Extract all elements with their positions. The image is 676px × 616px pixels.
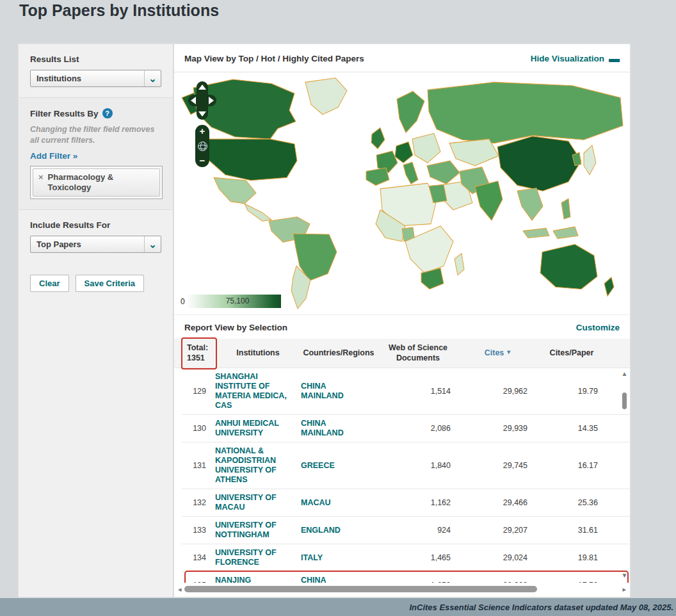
table-row[interactable]: 135 NANJING UNIVERSITY CHINA MAINLAND 1,… — [182, 572, 630, 583]
cites-per-paper-cell: 19.79 — [536, 387, 607, 396]
zoom-in-button[interactable]: + — [200, 127, 205, 136]
horizontal-scroll-track[interactable] — [184, 586, 620, 592]
country-cell: CHINA MAINLAND — [301, 576, 376, 583]
column-header-cites[interactable]: Cites▼ — [460, 348, 536, 359]
pan-up-icon[interactable] — [198, 85, 206, 90]
column-header-docs[interactable]: Web of Science Documents — [376, 343, 460, 363]
rank-cell: 135 — [182, 581, 215, 583]
legend-gradient-bar: 75,100 — [186, 295, 281, 308]
table-row[interactable]: 134 UNIVERSITY OF FLORENCE ITALY 1,465 2… — [182, 544, 630, 572]
table-rows: 129 SHANGHAI INSTITUTE OF MATERIA MEDICA… — [182, 368, 630, 583]
page-title: Top Papers by Institutions — [19, 1, 219, 20]
results-list-label: Results List — [30, 54, 161, 64]
cites-cell: 29,745 — [460, 461, 536, 470]
main-panel: Map View by Top / Hot / Highly Cited Pap… — [173, 44, 631, 597]
map-controls: + − — [188, 81, 216, 167]
map-zoom-control: + − — [195, 125, 209, 167]
table-body: 129 SHANGHAI INSTITUTE OF MATERIA MEDICA… — [174, 368, 630, 583]
table-row[interactable]: 129 SHANGHAI INSTITUTE OF MATERIA MEDICA… — [182, 368, 630, 415]
table-row[interactable]: 132 UNIVERSITY OF MACAU MACAU 1,162 29,4… — [182, 489, 630, 517]
bottom-strip: InCites Essential Science Indicators dat… — [0, 598, 676, 616]
sidebar: Results List Institutions ⌄ Filter Resul… — [18, 44, 173, 597]
institution-link[interactable]: ANHUI MEDICAL UNIVERSITY — [215, 419, 301, 438]
docs-cell: 1,465 — [376, 553, 460, 562]
include-results-section: Include Results For Top Papers ⌄ — [19, 210, 173, 263]
filter-note: Changing the filter field removes all cu… — [30, 124, 161, 146]
customize-link[interactable]: Customize — [576, 323, 620, 332]
total-count: Total: 1351 — [182, 343, 211, 363]
cites-label: Cites — [485, 348, 504, 357]
column-header-institutions[interactable]: Institutions — [215, 348, 301, 359]
add-filter-link[interactable]: Add Filter » — [30, 151, 77, 161]
cites-per-paper-cell: 16.17 — [536, 461, 607, 470]
rank-cell: 134 — [182, 553, 215, 562]
rank-cell: 130 — [182, 424, 215, 433]
scroll-left-icon[interactable]: ◂ — [178, 585, 182, 594]
column-header-cites-per-paper[interactable]: Cites/Paper — [536, 348, 607, 359]
vertical-scroll-thumb[interactable] — [622, 393, 627, 409]
sidebar-buttons: Clear Save Criteria — [19, 272, 173, 295]
institution-link[interactable]: UNIVERSITY OF NOTTINGHAM — [215, 521, 301, 540]
filter-section: Filter Results By ? Changing the filter … — [19, 97, 173, 210]
map-area: + − 0 75,100 — [174, 72, 630, 314]
include-results-select[interactable]: Top Papers ⌄ — [30, 236, 161, 253]
institution-link[interactable]: NATIONAL & KAPODISTRIAN UNIVERSITY OF AT… — [215, 446, 301, 485]
world-map[interactable] — [174, 72, 631, 314]
rank-cell: 131 — [182, 461, 215, 470]
sort-descending-icon: ▼ — [506, 349, 511, 356]
filter-chip-box: × Pharmacology & Toxicology — [30, 166, 163, 200]
scroll-right-icon[interactable]: ▸ — [622, 585, 626, 594]
horizontal-scroll-thumb[interactable] — [184, 586, 538, 592]
country-cell: ITALY — [301, 553, 376, 563]
docs-cell: 1,514 — [376, 387, 460, 396]
map-regions[interactable] — [182, 78, 623, 309]
zoom-out-button[interactable]: − — [200, 156, 205, 165]
scroll-down-icon[interactable]: ▼ — [622, 572, 628, 579]
cites-cell: 29,207 — [460, 526, 536, 535]
country-cell: CHINA MAINLAND — [301, 382, 376, 401]
save-criteria-button[interactable]: Save Criteria — [76, 275, 145, 292]
column-header-countries[interactable]: Countries/Regions — [301, 348, 376, 359]
dataset-update-note: InCites Essential Science Indicators dat… — [409, 603, 673, 612]
horizontal-scrollbar[interactable]: ◂ ▸ — [178, 584, 626, 594]
remove-filter-icon[interactable]: × — [38, 172, 44, 193]
vertical-scrollbar[interactable]: ▲ ▼ — [620, 371, 629, 579]
table-row[interactable]: 133 UNIVERSITY OF NOTTINGHAM ENGLAND 924… — [182, 517, 630, 544]
scroll-up-icon[interactable]: ▲ — [622, 371, 628, 377]
cites-per-paper-cell: 25.36 — [536, 498, 607, 507]
cites-cell: 28,966 — [460, 581, 536, 583]
pan-down-icon[interactable] — [198, 111, 206, 117]
institution-link[interactable]: SHANGHAI INSTITUTE OF MATERIA MEDICA, CA… — [215, 372, 301, 410]
map-pan-control[interactable] — [188, 81, 216, 120]
cites-cell: 29,939 — [460, 424, 536, 433]
cites-cell: 29,466 — [460, 498, 536, 507]
help-icon[interactable]: ? — [102, 108, 113, 118]
results-list-select[interactable]: Institutions ⌄ — [30, 70, 161, 87]
content-layout: Results List Institutions ⌄ Filter Resul… — [18, 44, 631, 597]
globe-icon[interactable] — [198, 142, 207, 151]
institution-link[interactable]: UNIVERSITY OF MACAU — [215, 493, 301, 512]
cites-cell: 29,024 — [460, 553, 536, 562]
pan-left-icon[interactable] — [191, 97, 196, 104]
docs-cell: 1,650 — [376, 581, 460, 583]
cites-per-paper-cell: 31.61 — [536, 526, 607, 535]
table-row[interactable]: 131 NATIONAL & KAPODISTRIAN UNIVERSITY O… — [182, 442, 630, 489]
filter-chip-label: Pharmacology & Toxicology — [48, 172, 154, 193]
vertical-scroll-track[interactable] — [622, 377, 627, 572]
pan-right-icon[interactable] — [209, 97, 214, 104]
hide-visualization-link[interactable]: Hide Visualization ▬ — [531, 54, 620, 63]
rank-cell: 132 — [182, 498, 215, 507]
include-results-value: Top Papers — [31, 239, 81, 249]
map-view-header: Map View by Top / Hot / Highly Cited Pap… — [174, 44, 630, 72]
results-list-section: Results List Institutions ⌄ — [19, 44, 173, 97]
country-cell: GREECE — [301, 461, 376, 471]
table-row[interactable]: 130 ANHUI MEDICAL UNIVERSITY CHINA MAINL… — [182, 415, 630, 442]
legend-max-label: 75,100 — [226, 296, 250, 305]
institution-link[interactable]: NANJING UNIVERSITY — [215, 576, 301, 583]
institution-link[interactable]: UNIVERSITY OF FLORENCE — [215, 548, 301, 567]
filter-chip[interactable]: × Pharmacology & Toxicology — [33, 168, 160, 197]
clear-button[interactable]: Clear — [30, 275, 69, 292]
docs-cell: 2,086 — [376, 424, 460, 433]
rank-cell: 133 — [182, 526, 215, 535]
docs-cell: 1,840 — [376, 461, 460, 470]
